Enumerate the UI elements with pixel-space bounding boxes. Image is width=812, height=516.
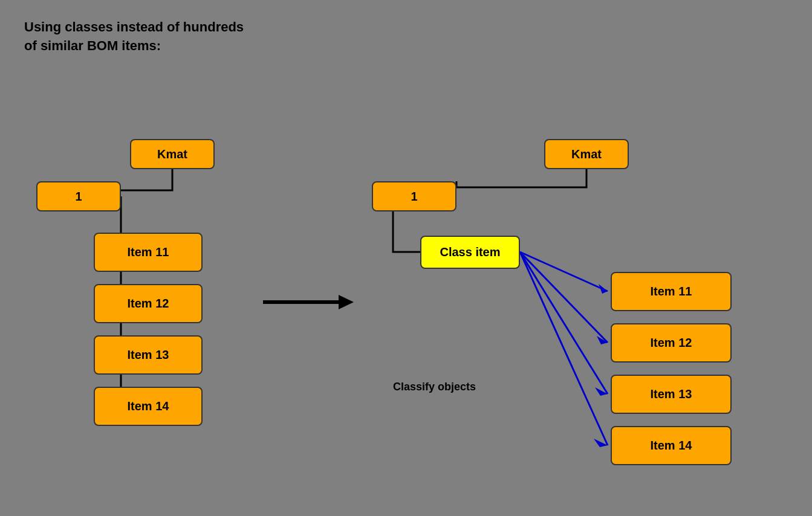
blue-arrow-1-line: [520, 252, 608, 291]
left-item14-box: Item 14: [94, 387, 203, 426]
right-item11-box: Item 11: [611, 272, 732, 311]
left-item12-box: Item 12: [94, 284, 203, 323]
classify-label: Classify objects: [393, 381, 476, 393]
right-kmat-box: Kmat: [544, 139, 629, 169]
right-node1-to-classitem: [393, 211, 420, 252]
right-kmat-to-node1: [456, 169, 586, 187]
page-title: Using classes instead of hundreds of sim…: [24, 18, 244, 56]
blue-arrow-2-line: [520, 252, 608, 343]
right-node1-box: 1: [372, 181, 456, 211]
class-item-box: Class item: [420, 236, 520, 269]
blue-arrow-4-head: [594, 439, 608, 447]
left-item11-box: Item 11: [94, 233, 203, 272]
left-item13-box: Item 13: [94, 335, 203, 375]
right-item12-box: Item 12: [611, 323, 732, 363]
right-item14-box: Item 14: [611, 426, 732, 465]
right-item13-box: Item 13: [611, 375, 732, 414]
blue-arrow-2-head: [597, 336, 608, 344]
left-node1-box: 1: [36, 181, 121, 211]
blue-arrow-3-line: [520, 252, 608, 394]
blue-arrow-4-line: [520, 252, 608, 445]
blue-arrow-1-head: [599, 284, 608, 294]
main-arrow-head: [339, 295, 354, 309]
blue-arrow-3-head: [595, 387, 608, 396]
left-kmat-box: Kmat: [130, 139, 215, 169]
